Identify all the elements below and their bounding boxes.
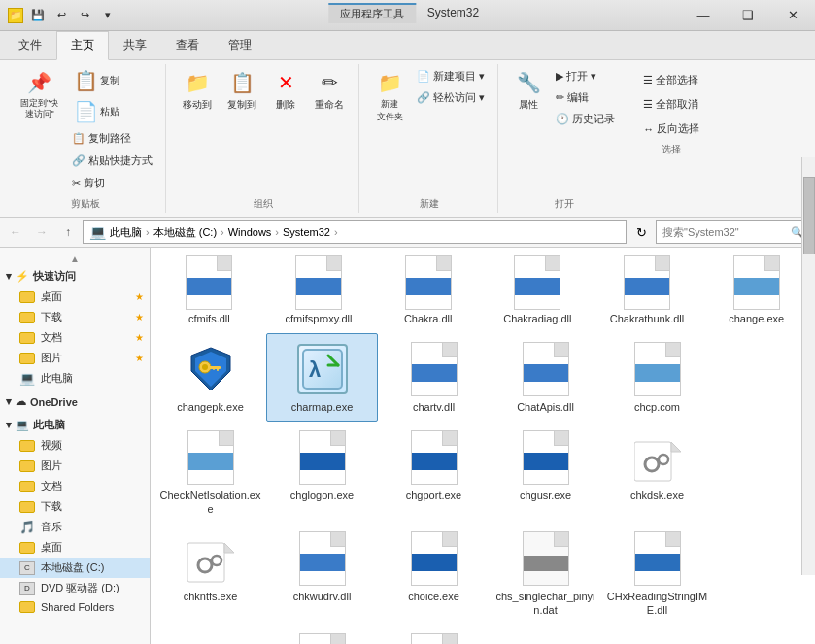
partial-file-4[interactable]: Chakradiag.dll <box>483 252 593 329</box>
refresh-button[interactable]: ↻ <box>629 220 653 244</box>
sidebar-item-thispc-1[interactable]: 💻 此电脑 <box>0 368 150 389</box>
move-to-btn[interactable]: 📁 移动到 <box>176 66 219 115</box>
sidebar-item-local-disk-c[interactable]: C 本地磁盘 (C:) <box>0 558 150 578</box>
sidebar-item-pictures-1[interactable]: 图片 ★ <box>0 348 150 368</box>
file-item-ci[interactable]: ci.dll <box>154 625 266 644</box>
partial-file-6[interactable]: change.exe <box>701 252 811 329</box>
partial-file-5[interactable]: Chakrathunk.dll <box>593 252 702 329</box>
new-item-btn[interactable]: 📄 新建项目 ▾ <box>412 66 490 86</box>
star-icon: ★ <box>135 332 144 343</box>
app-tools-tab[interactable]: 应用程序工具 <box>328 3 416 23</box>
up-button[interactable]: ↑ <box>56 220 80 244</box>
copy-path-icon: 📋 <box>72 132 85 145</box>
sidebar-item-dvd-drive[interactable]: D DVD 驱动器 (D:) <box>0 578 150 598</box>
tab-manage[interactable]: 管理 <box>214 31 266 59</box>
edit-btn[interactable]: ✏ 编辑 <box>551 87 620 108</box>
open-col: ▶ 打开 ▾ ✏ 编辑 🕐 历史记录 <box>551 66 620 129</box>
paste-shortcut-btn[interactable]: 🔗 粘贴快捷方式 <box>67 151 157 171</box>
open-btn[interactable]: ▶ 打开 ▾ <box>551 66 620 86</box>
tab-file[interactable]: 文件 <box>4 31 56 59</box>
file-item-chgusr[interactable]: chgusr.exe <box>490 422 601 524</box>
tab-home[interactable]: 主页 <box>56 31 109 60</box>
minimize-button[interactable]: — <box>681 0 726 31</box>
copy-btn[interactable]: 📋 复制 <box>67 66 157 95</box>
maximize-button[interactable]: ❑ <box>726 0 770 31</box>
sidebar-section-thispc: ▾ 💻 此电脑 视频 图片 文档 下载 🎵 音乐 <box>0 415 150 616</box>
file-icon: λ <box>293 340 352 398</box>
thispc-header[interactable]: ▾ 💻 此电脑 <box>0 415 150 435</box>
file-item-checknetisolation[interactable]: CheckNetIsolation.exe <box>154 422 266 524</box>
cut-btn[interactable]: ✂ 剪切 <box>67 173 157 193</box>
quick-dropdown-btn[interactable]: ▾ <box>97 5 119 26</box>
tab-view[interactable]: 查看 <box>161 31 214 59</box>
search-input[interactable] <box>662 226 769 238</box>
sidebar-item-shared-folders[interactable]: Shared Folders <box>0 598 150 616</box>
clipboard-label: 剪贴板 <box>71 197 100 211</box>
rename-btn[interactable]: ✏ 重命名 <box>308 66 351 115</box>
paste-btn[interactable]: 📄 粘贴 <box>67 97 157 126</box>
svg-rect-5 <box>217 366 219 371</box>
file-item-chartv[interactable]: chartv.dll <box>378 333 490 421</box>
tab-share[interactable]: 共享 <box>109 31 161 59</box>
file-item-chkntfs[interactable]: chkntfs.exe <box>154 523 266 625</box>
file-item-chglogon[interactable]: chglogon.exe <box>266 422 378 524</box>
window-controls: — ❑ ✕ <box>681 0 815 31</box>
file-item-chxreading[interactable]: CHxReadingStringIME.dll <box>601 523 713 625</box>
sidebar-item-video[interactable]: 视频 <box>0 435 150 456</box>
partial-file-2[interactable]: cfmifsproxy.dll <box>264 252 374 329</box>
file-item-chgport[interactable]: chgport.exe <box>378 422 490 524</box>
file-item-charmap[interactable]: λ charmap.exe <box>266 333 378 421</box>
select-all-icon: ☰ <box>643 74 653 86</box>
svg-marker-14 <box>224 543 234 553</box>
sidebar-item-pictures-2[interactable]: 图片 <box>0 456 150 476</box>
sidebar-item-music[interactable]: 🎵 音乐 <box>0 517 150 537</box>
search-box: 🔍 <box>656 220 811 244</box>
select-buttons: ☰ 全部选择 ☰ 全部取消 ↔ 反向选择 <box>638 66 704 139</box>
copy-to-btn[interactable]: 📋 复制到 <box>221 66 263 115</box>
quickaccess-header[interactable]: ▾ ⚡ 快速访问 <box>0 266 150 287</box>
file-item-chs-singlechar[interactable]: chs_singlechar_pinyin.dat <box>490 523 601 625</box>
partial-file-3[interactable]: Chakra.dll <box>373 252 483 329</box>
address-path[interactable]: 💻 此电脑 › 本地磁盘 (C:) › Windows › System32 › <box>83 220 627 244</box>
file-item-changepk[interactable]: changepk.exe <box>154 333 266 421</box>
select-none-btn[interactable]: ☰ 全部取消 <box>638 94 704 115</box>
ribbon: 文件 主页 共享 查看 管理 📌 固定到"快速访问" 📋 复制 📄 <box>0 31 815 218</box>
file-item-chkdsk[interactable]: chkdsk.exe <box>601 422 713 524</box>
partial-file-1[interactable]: cfmifs.dll <box>154 252 264 329</box>
onedrive-chevron: ▾ <box>6 395 12 408</box>
file-item-chcp[interactable]: chcp.com <box>601 333 713 421</box>
file-item-cic[interactable]: cic.dll <box>266 625 378 644</box>
copy-path-btn[interactable]: 📋 复制路径 <box>67 128 157 149</box>
sidebar-item-downloads-1[interactable]: 下载 ★ <box>0 307 150 327</box>
sidebar-item-documents-1[interactable]: 文档 ★ <box>0 327 150 348</box>
quick-redo-btn[interactable]: ↪ <box>74 5 95 26</box>
file-item-chatapis[interactable]: ChatApis.dll <box>490 333 601 421</box>
svg-rect-13 <box>187 543 224 582</box>
file-scrollbar[interactable] <box>801 157 815 575</box>
easy-access-btn[interactable]: 🔗 轻松访问 ▾ <box>412 87 490 108</box>
file-item-choice[interactable]: choice.exe <box>378 523 490 625</box>
delete-btn[interactable]: ✕ 删除 <box>265 66 306 115</box>
new-folder-btn[interactable]: 📁 新建文件夹 <box>369 66 410 126</box>
pin-to-quickaccess-btn[interactable]: 📌 固定到"快速访问" <box>14 66 65 122</box>
history-btn[interactable]: 🕐 历史记录 <box>551 109 620 129</box>
sidebar-item-downloads-2[interactable]: 下载 <box>0 496 150 517</box>
file-item-cipher[interactable]: cipher.exe <box>378 625 490 644</box>
sidebar-item-documents-2[interactable]: 文档 <box>0 476 150 496</box>
back-button[interactable]: ← <box>4 220 27 244</box>
invert-selection-btn[interactable]: ↔ 反向选择 <box>638 119 704 139</box>
sidebar-item-desktop-1[interactable]: 桌面 ★ <box>0 287 150 307</box>
quick-undo-btn[interactable]: ↩ <box>51 5 72 26</box>
file-item-chkwudrv[interactable]: chkwudrv.dll <box>266 523 378 625</box>
paste-shortcut-icon: 🔗 <box>72 154 85 167</box>
forward-button[interactable]: → <box>30 220 53 244</box>
file-icon <box>405 529 463 588</box>
scrollbar-thumb[interactable] <box>803 177 815 254</box>
quick-save-btn[interactable]: 💾 <box>27 5 49 26</box>
file-icon <box>405 428 463 487</box>
select-all-btn[interactable]: ☰ 全部选择 <box>638 70 704 90</box>
properties-btn[interactable]: 🔧 属性 <box>508 66 549 115</box>
onedrive-header[interactable]: ▾ ☁ OneDrive <box>0 392 150 411</box>
sidebar-item-desktop-2[interactable]: 桌面 <box>0 537 150 558</box>
close-button[interactable]: ✕ <box>770 0 815 31</box>
